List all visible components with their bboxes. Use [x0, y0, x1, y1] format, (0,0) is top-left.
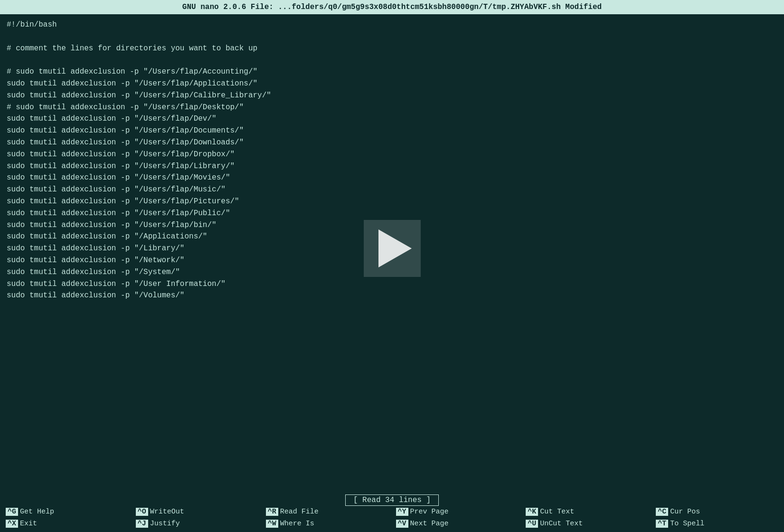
shortcut-key: ^V [396, 520, 408, 528]
shortcut-item[interactable]: ^UUnCut Text [522, 518, 652, 529]
shortcut-label: Exit [20, 520, 37, 528]
shortcut-item[interactable]: ^YPrev Page [392, 506, 522, 517]
shortcut-label: Get Help [20, 508, 54, 516]
shortcut-label: UnCut Text [540, 520, 583, 528]
shortcut-label: Cut Text [540, 508, 574, 516]
shortcut-item[interactable]: ^RRead File [262, 506, 392, 517]
play-icon [378, 229, 412, 267]
title-bar: GNU nano 2.0.6 File: ...folders/q0/gm5g9… [0, 0, 784, 14]
shortcut-key: ^X [6, 520, 18, 528]
shortcut-item[interactable]: ^VNext Page [392, 518, 522, 529]
shortcut-item[interactable]: ^GGet Help [2, 506, 132, 517]
shortcut-item[interactable]: ^JJustify [132, 518, 262, 529]
shortcut-item[interactable]: ^WWhere Is [262, 518, 392, 529]
shortcut-label: Read File [280, 508, 319, 516]
status-bar: [ Read 34 lines ] [0, 494, 784, 506]
shortcut-key: ^G [6, 508, 18, 516]
shortcut-label: WriteOut [150, 508, 184, 516]
shortcut-key: ^R [266, 508, 278, 516]
editor-area[interactable]: #!/bin/bash # comment the lines for dire… [0, 14, 784, 494]
shortcut-key: ^O [136, 508, 148, 516]
shortcut-key: ^J [136, 520, 148, 528]
shortcut-key: ^U [526, 520, 538, 528]
shortcut-label: Next Page [410, 520, 449, 528]
shortcut-item[interactable]: ^TTo Spell [652, 518, 782, 529]
shortcut-key: ^K [526, 508, 538, 516]
shortcut-bar: ^GGet Help^OWriteOut^RRead File^YPrev Pa… [0, 506, 784, 532]
shortcut-label: Cur Pos [670, 508, 700, 516]
title-text: GNU nano 2.0.6 File: ...folders/q0/gm5g9… [182, 3, 602, 11]
status-text: [ Read 34 lines ] [345, 494, 439, 506]
shortcut-item[interactable]: ^KCut Text [522, 506, 652, 517]
shortcut-key: ^Y [396, 508, 408, 516]
shortcut-label: Justify [150, 520, 180, 528]
shortcut-key: ^C [656, 508, 668, 516]
shortcut-label: Where Is [280, 520, 314, 528]
shortcut-key: ^T [656, 520, 668, 528]
play-button[interactable] [364, 220, 421, 277]
shortcut-item[interactable]: ^CCur Pos [652, 506, 782, 517]
shortcut-label: To Spell [670, 520, 704, 528]
shortcut-item[interactable]: ^XExit [2, 518, 132, 529]
shortcut-key: ^W [266, 520, 278, 528]
shortcut-label: Prev Page [410, 508, 449, 516]
shortcut-item[interactable]: ^OWriteOut [132, 506, 262, 517]
